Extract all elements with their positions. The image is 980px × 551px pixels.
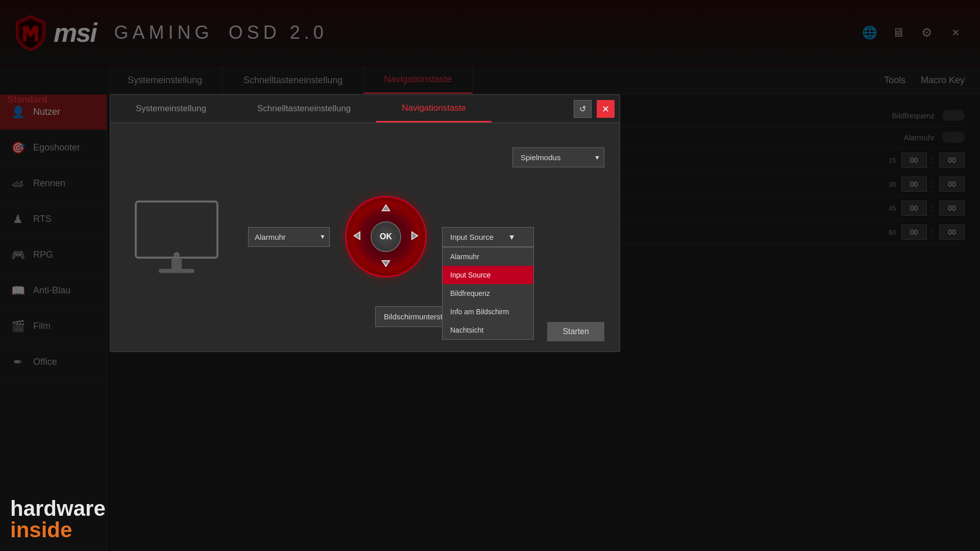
dpad-left-button[interactable]: [353, 231, 361, 243]
input-source-button[interactable]: Input Source ▼: [442, 227, 534, 247]
input-source-option-alarmuhr[interactable]: Alarmuhr: [443, 247, 533, 266]
modal-tab-navigation[interactable]: Navigationstaste: [376, 95, 492, 122]
top-dropdown-row: Spielmodus ▼: [248, 147, 604, 167]
reset-button[interactable]: ↺: [574, 100, 592, 118]
input-source-option-nachtsicht[interactable]: Nachtsicht: [443, 321, 533, 339]
dpad-row: Alarmuhr ▼: [248, 196, 604, 278]
watermark-line1: hardware: [10, 498, 106, 519]
dpad-right-button[interactable]: [411, 231, 419, 243]
dpad-up-button[interactable]: [381, 204, 391, 214]
dpad-outer: OK: [345, 196, 427, 278]
input-source-arrow-icon: ▼: [508, 233, 516, 241]
dpad-down-button[interactable]: [381, 260, 391, 270]
modal-close-button[interactable]: ✕: [597, 100, 615, 118]
svg-rect-3: [172, 258, 182, 270]
watermark-line2: inside: [10, 519, 106, 541]
watermark: hardware inside: [10, 498, 106, 541]
svg-rect-4: [159, 269, 194, 273]
starten-button[interactable]: Starten: [547, 322, 604, 341]
controls-area: Spielmodus ▼ Alarmuhr ▼: [248, 138, 604, 336]
input-source-option-input-source[interactable]: Input Source: [443, 266, 533, 284]
svg-rect-2: [140, 206, 213, 254]
alarmuhr-dropdown-wrapper: Alarmuhr ▼: [248, 227, 330, 247]
modal-tab-schnelltasten[interactable]: Schnelltasteneinstellung: [232, 95, 376, 122]
modal-tab-systemeinstellung[interactable]: Systemeinstellung: [110, 95, 232, 122]
modal-content: Spielmodus ▼ Alarmuhr ▼: [110, 123, 620, 352]
input-source-option-info[interactable]: Info am Bildschirm: [443, 303, 533, 321]
alarmuhr-dropdown[interactable]: Alarmuhr: [248, 227, 330, 247]
spielmodus-dropdown-wrapper: Spielmodus ▼: [512, 147, 604, 167]
input-source-area: Input Source ▼ Alarmuhr Input Source Bil…: [442, 227, 534, 247]
monitor-area: [126, 138, 228, 336]
modal-dialog: Systemeinstellung Schnelltasteneinstellu…: [110, 94, 620, 352]
monitor-illustration: [131, 196, 223, 278]
spielmodus-dropdown[interactable]: Spielmodus: [512, 147, 604, 167]
input-source-option-bildfrequenz[interactable]: Bildfrequenz: [443, 284, 533, 303]
dpad-ok-button[interactable]: OK: [371, 221, 401, 252]
input-source-dropdown: Alarmuhr Input Source Bildfrequenz Info …: [442, 247, 534, 340]
modal-tabs: Systemeinstellung Schnelltasteneinstellu…: [110, 95, 620, 123]
svg-point-5: [174, 253, 179, 258]
dpad-container: OK: [345, 196, 427, 278]
